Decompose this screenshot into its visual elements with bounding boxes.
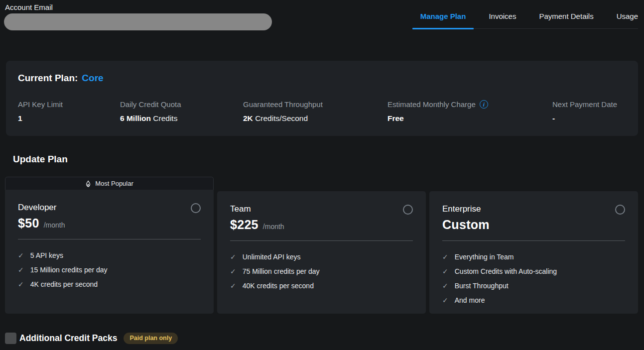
stat-estimated-monthly-charge: Estimated Monthly Charge i Free [387, 100, 488, 123]
plan-price-period: /month [44, 221, 65, 229]
stat-label: Daily Credit Quota [120, 100, 181, 109]
plan-card-enterprise[interactable]: Enterprise Custom ✓ Everything in Team ✓… [429, 191, 638, 314]
feature-text: Unlimited API keys [243, 253, 301, 261]
current-plan-title-prefix: Current Plan: [18, 73, 78, 83]
plan-radio-enterprise[interactable] [615, 205, 625, 215]
tab-usage[interactable]: Usage [617, 12, 638, 28]
plan-price: Custom [442, 218, 490, 232]
divider [18, 239, 201, 239]
plan-feature: ✓ 75 Million credits per day [230, 267, 413, 275]
check-icon: ✓ [442, 297, 448, 304]
stat-value-rest: Credits/Second [253, 114, 308, 122]
stat-value-strong: 6 Million [120, 114, 151, 122]
tab-manage-plan[interactable]: Manage Plan [420, 12, 466, 28]
billing-tab-bar: Manage Plan Invoices Payment Details Usa… [420, 12, 638, 29]
stat-daily-credit-quota: Daily Credit Quota 6 Million Credits [120, 100, 181, 123]
check-icon: ✓ [18, 281, 24, 288]
plan-radio-team[interactable] [403, 205, 413, 215]
additional-credit-packs-checkbox[interactable] [5, 333, 16, 344]
stat-label: API Key Limit [18, 100, 63, 109]
additional-credit-packs-row: Additional Credit Packs Paid plan only [5, 333, 178, 344]
tab-payment-details[interactable]: Payment Details [539, 12, 593, 28]
stat-value: 1 [18, 114, 63, 123]
check-icon: ✓ [230, 268, 236, 275]
stat-value-strong: 1 [18, 114, 22, 122]
stat-label: Guaranteed Throughput [243, 100, 323, 109]
plan-radio-developer[interactable] [191, 203, 201, 213]
stat-value: 2K Credits/Second [243, 114, 323, 123]
check-icon: ✓ [442, 253, 448, 260]
current-plan-name: Core [82, 73, 103, 83]
plan-title: Enterprise [442, 204, 481, 215]
plan-feature: ✓ 40K credits per second [230, 281, 413, 290]
plan-card-team[interactable]: Team $225 /month ✓ Unlimited API keys ✓ … [217, 191, 426, 314]
additional-credit-packs-label: Additional Credit Packs [19, 333, 117, 344]
check-icon: ✓ [230, 253, 236, 260]
paid-plan-only-badge: Paid plan only [124, 333, 178, 344]
stat-value-rest: Credits [151, 114, 177, 122]
check-icon: ✓ [442, 282, 448, 289]
most-popular-label: Most Popular [95, 180, 133, 187]
account-email-input[interactable] [4, 13, 272, 30]
feature-text: And more [455, 296, 485, 304]
info-icon[interactable]: i [480, 100, 488, 109]
stat-label: Next Payment Date [552, 100, 617, 109]
stat-value: - [552, 114, 617, 123]
stat-value-strong: Free [387, 114, 404, 122]
plan-feature: ✓ Burst Throughput [442, 281, 625, 290]
divider [442, 240, 625, 241]
plan-price: $50 [18, 216, 39, 231]
plan-price: $225 [230, 218, 258, 232]
plan-title: Developer [18, 202, 57, 213]
feature-text: 5 API keys [30, 251, 63, 259]
feature-text: 15 Million credits per day [30, 266, 108, 274]
current-plan-title: Current Plan:Core [18, 73, 104, 84]
stat-api-key-limit: API Key Limit 1 [18, 100, 63, 123]
feature-text: 40K credits per second [243, 282, 314, 290]
plan-card-body: Developer $50 /month ✓ 5 API keys ✓ 15 M… [5, 190, 214, 314]
stat-next-payment-date: Next Payment Date - [552, 100, 617, 123]
stat-value: Free [387, 114, 488, 123]
plan-feature: ✓ 15 Million credits per day [18, 265, 201, 274]
plan-feature: ✓ Custom Credits with Auto-scaling [442, 267, 625, 275]
feature-text: 75 Million credits per day [243, 267, 320, 275]
plan-feature: ✓ Everything in Team [442, 252, 625, 261]
check-icon: ✓ [230, 282, 236, 289]
stat-value: 6 Million Credits [120, 114, 181, 123]
feature-text: 4K credits per second [30, 280, 98, 288]
plan-feature: ✓ Unlimited API keys [230, 252, 413, 261]
feature-text: Burst Throughput [455, 282, 509, 290]
plan-price-period: /month [263, 223, 284, 231]
update-plan-heading: Update Plan [13, 154, 68, 165]
plan-feature-list: ✓ Unlimited API keys ✓ 75 Million credit… [230, 252, 413, 290]
current-plan-card: Current Plan:Core API Key Limit 1 Daily … [6, 61, 638, 136]
plan-feature: ✓ 5 API keys [18, 251, 201, 259]
plan-feature-list: ✓ 5 API keys ✓ 15 Million credits per da… [18, 251, 201, 288]
plan-feature: ✓ 4K credits per second [18, 280, 201, 288]
stat-value-strong: - [552, 114, 555, 122]
tab-invoices[interactable]: Invoices [489, 12, 516, 28]
check-icon: ✓ [442, 268, 448, 275]
plan-card-developer[interactable]: Most Popular Developer $50 /month ✓ 5 AP… [5, 177, 214, 314]
most-popular-banner: Most Popular [5, 177, 214, 190]
flame-icon [85, 180, 91, 187]
stat-label: Estimated Monthly Charge [387, 100, 476, 109]
plan-feature: ✓ And more [442, 296, 625, 304]
stat-value-strong: 2K [243, 114, 253, 122]
stat-guaranteed-throughput: Guaranteed Throughput 2K Credits/Second [243, 100, 323, 123]
plan-title: Team [230, 204, 251, 215]
feature-text: Custom Credits with Auto-scaling [455, 267, 557, 275]
check-icon: ✓ [18, 252, 24, 259]
check-icon: ✓ [18, 266, 24, 273]
divider [230, 240, 413, 241]
account-email-label: Account Email [5, 3, 53, 11]
plan-feature-list: ✓ Everything in Team ✓ Custom Credits wi… [442, 252, 625, 304]
feature-text: Everything in Team [455, 253, 514, 261]
